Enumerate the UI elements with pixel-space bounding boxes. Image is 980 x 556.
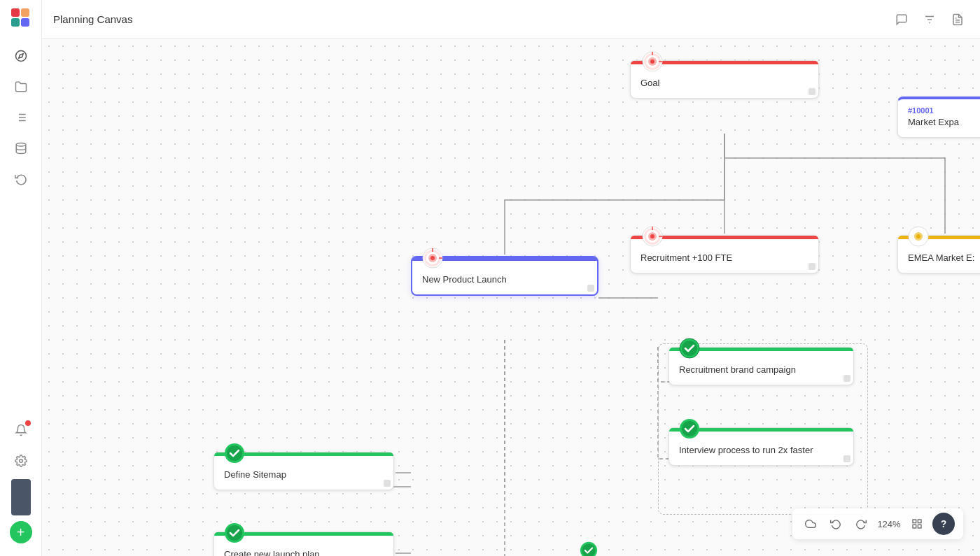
sidebar-icon-compass[interactable] xyxy=(8,43,34,69)
sidebar-icon-folder[interactable] xyxy=(8,74,34,99)
svg-rect-3 xyxy=(21,18,29,27)
create-launch-node[interactable]: Create new launch plan xyxy=(214,532,394,556)
define-sitemap-resize[interactable] xyxy=(384,480,391,487)
sidebar-bottom: + xyxy=(8,418,34,549)
interview-node[interactable]: Interview process to run 2x faster xyxy=(668,427,854,466)
avatar[interactable] xyxy=(11,479,31,515)
emea-node[interactable]: EMEA Market E: xyxy=(897,235,980,273)
header-actions xyxy=(890,8,969,31)
recruitment-fte-icon xyxy=(642,226,663,250)
help-button[interactable]: ? xyxy=(932,513,955,535)
define-sitemap-node[interactable]: Define Sitemap xyxy=(214,452,394,490)
recruitment-brand-title: Recruitment brand campaign xyxy=(679,358,844,376)
sidebar-icon-database[interactable] xyxy=(8,136,34,161)
define-sitemap-title: Define Sitemap xyxy=(224,463,384,481)
sidebar-icon-history[interactable] xyxy=(8,166,34,192)
svg-rect-59 xyxy=(918,525,921,528)
header: Planning Canvas xyxy=(42,0,980,39)
recruitment-brand-icon xyxy=(679,338,700,362)
goal-icon xyxy=(642,51,663,75)
recruitment-fte-node[interactable]: Recruitment +100 FTE xyxy=(630,235,819,273)
interview-resize[interactable] xyxy=(844,455,850,462)
sidebar: + xyxy=(0,0,42,556)
new-product-resize[interactable] xyxy=(587,285,594,292)
main-area: Planning Canvas xyxy=(42,0,980,556)
filter-button[interactable] xyxy=(918,8,941,31)
svg-point-47 xyxy=(682,341,697,356)
bottom-toolbar: 124% ? xyxy=(792,508,963,539)
recruitment-brand-resize[interactable] xyxy=(844,375,850,382)
settings-icon[interactable] xyxy=(8,448,34,473)
add-button[interactable]: + xyxy=(10,521,32,543)
svg-rect-1 xyxy=(21,8,29,17)
svg-rect-0 xyxy=(11,8,20,17)
recruitment-fte-resize[interactable] xyxy=(808,263,816,270)
svg-rect-58 xyxy=(918,520,921,523)
page-title: Planning Canvas xyxy=(53,13,132,25)
interview-icon xyxy=(679,418,700,442)
svg-rect-60 xyxy=(913,525,916,528)
svg-point-25 xyxy=(650,59,654,64)
zoom-level: 124% xyxy=(876,519,902,529)
svg-point-50 xyxy=(682,421,697,436)
svg-marker-5 xyxy=(18,54,22,58)
redo-button[interactable] xyxy=(851,514,871,534)
define-sitemap-icon xyxy=(224,443,245,466)
svg-rect-57 xyxy=(913,520,916,523)
market-panel-node[interactable]: #10001 Market Expa xyxy=(897,97,980,138)
market-panel-id: #10001 xyxy=(908,106,980,115)
chat-button[interactable] xyxy=(890,8,913,31)
svg-point-12 xyxy=(16,143,26,147)
recruitment-brand-node[interactable]: Recruitment brand campaign xyxy=(668,347,854,385)
goal-resize[interactable] xyxy=(808,88,816,95)
bottom-small-icon xyxy=(580,541,598,556)
new-product-icon xyxy=(422,248,443,271)
create-launch-icon xyxy=(224,522,245,546)
emea-icon xyxy=(908,226,929,250)
cloud-sync-button[interactable] xyxy=(801,514,820,534)
app-logo[interactable] xyxy=(10,7,32,29)
svg-point-45 xyxy=(916,234,920,238)
planning-canvas[interactable]: Goal Recruitment +100 FTE xyxy=(42,39,980,556)
notification-badge xyxy=(25,420,31,426)
svg-rect-2 xyxy=(11,18,20,27)
create-launch-title: Create new launch plan xyxy=(224,543,384,556)
svg-point-52 xyxy=(227,445,242,461)
sidebar-icon-list[interactable] xyxy=(8,105,34,130)
interview-title: Interview process to run 2x faster xyxy=(679,439,844,457)
bell-icon[interactable] xyxy=(8,418,34,443)
svg-point-13 xyxy=(19,459,22,463)
report-button[interactable] xyxy=(946,8,969,31)
svg-point-32 xyxy=(650,234,654,238)
grid-button[interactable] xyxy=(907,514,927,534)
new-product-title: New Product Launch xyxy=(422,268,587,286)
market-panel-content: #10001 Market Expa xyxy=(898,99,980,137)
recruitment-fte-title: Recruitment +100 FTE xyxy=(640,246,808,264)
goal-title: Goal xyxy=(640,71,808,90)
undo-button[interactable] xyxy=(826,514,846,534)
market-panel-title: Market Expa xyxy=(908,116,980,129)
goal-node[interactable]: Goal xyxy=(630,60,819,99)
svg-point-54 xyxy=(227,525,242,541)
svg-point-39 xyxy=(430,256,435,260)
svg-point-4 xyxy=(15,51,26,62)
new-product-node[interactable]: New Product Launch xyxy=(411,256,598,296)
